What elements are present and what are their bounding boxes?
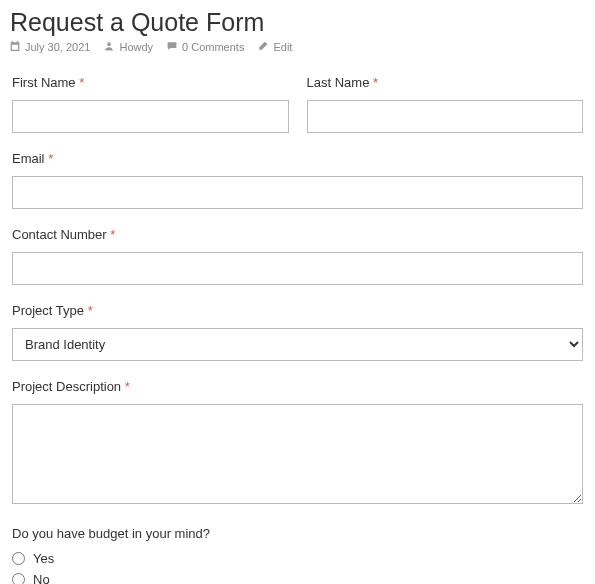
required-marker: * [48, 151, 53, 166]
user-icon [104, 41, 114, 53]
last-name-label-text: Last Name [307, 75, 370, 90]
post-comments[interactable]: 0 Comments [167, 41, 244, 53]
post-comments-text: 0 Comments [182, 41, 244, 53]
contact-label-text: Contact Number [12, 227, 107, 242]
first-name-label-text: First Name [12, 75, 76, 90]
project-type-label: Project Type * [12, 303, 583, 318]
contact-input[interactable] [12, 252, 583, 285]
post-author-text: Howdy [119, 41, 153, 53]
last-name-input[interactable] [307, 100, 584, 133]
post-edit-text: Edit [273, 41, 292, 53]
post-author[interactable]: Howdy [104, 41, 153, 53]
post-meta: July 30, 2021 Howdy 0 Comments Edit [10, 41, 585, 53]
calendar-icon [10, 41, 20, 53]
post-date-text: July 30, 2021 [25, 41, 90, 53]
required-marker: * [88, 303, 93, 318]
post-edit[interactable]: Edit [258, 41, 292, 53]
page-title: Request a Quote Form [10, 8, 585, 37]
project-desc-label: Project Description * [12, 379, 583, 394]
email-label-text: Email [12, 151, 45, 166]
project-desc-input[interactable] [12, 404, 583, 504]
required-marker: * [79, 75, 84, 90]
post-date: July 30, 2021 [10, 41, 90, 53]
email-label: Email * [12, 151, 583, 166]
budget-radio-yes[interactable] [12, 552, 25, 565]
budget-radio-no[interactable] [12, 573, 25, 584]
budget-no-text: No [33, 572, 50, 584]
email-input[interactable] [12, 176, 583, 209]
required-marker: * [110, 227, 115, 242]
budget-option-yes[interactable]: Yes [12, 551, 583, 566]
project-type-select[interactable]: Brand Identity [12, 328, 583, 361]
quote-form: First Name * Last Name * Email * Contact… [10, 75, 585, 584]
budget-label: Do you have budget in your mind? [12, 526, 583, 541]
budget-option-no[interactable]: No [12, 572, 583, 584]
comment-icon [167, 41, 177, 53]
first-name-input[interactable] [12, 100, 289, 133]
required-marker: * [373, 75, 378, 90]
required-marker: * [125, 379, 130, 394]
project-desc-label-text: Project Description [12, 379, 121, 394]
first-name-label: First Name * [12, 75, 289, 90]
contact-label: Contact Number * [12, 227, 583, 242]
edit-icon [258, 41, 268, 53]
budget-yes-text: Yes [33, 551, 54, 566]
project-type-label-text: Project Type [12, 303, 84, 318]
last-name-label: Last Name * [307, 75, 584, 90]
